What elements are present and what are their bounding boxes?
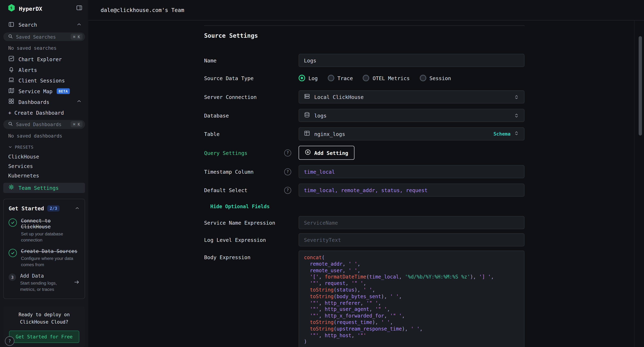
chevron-down-icon <box>8 145 12 150</box>
hyperdx-logo[interactable]: HyperDX <box>7 4 42 14</box>
step-desc: Configure where your data comes from <box>21 256 80 268</box>
sidebar-item-alerts[interactable]: Alerts <box>0 64 88 75</box>
radio-label: Log <box>308 75 318 81</box>
map-icon <box>8 88 14 95</box>
radio-dot <box>420 75 426 82</box>
main-area: dale@clickhouse.com's Team Source Settin… <box>88 0 644 347</box>
section-divider <box>204 26 524 26</box>
log-level-input[interactable]: SeverityText <box>298 233 524 246</box>
sidebar-item-team-settings[interactable]: Team Settings <box>3 182 85 193</box>
question-icon[interactable]: ? <box>284 149 291 156</box>
sidebar-item-label: + Create Dashboard <box>8 110 64 116</box>
source-type-radio-group: Log Trace OTEL Metrics Session <box>298 72 524 84</box>
radio-dot <box>328 75 334 82</box>
form-row-source-data-type: Source Data Type Log Trace OTEL Metrics … <box>204 72 524 84</box>
no-saved-dashboards-text: No saved dashboards <box>0 131 88 142</box>
question-icon[interactable]: ? <box>284 186 291 194</box>
radio-trace[interactable]: Trace <box>328 75 353 82</box>
preset-item-clickhouse[interactable]: ClickHouse <box>0 152 88 161</box>
body-expression-code[interactable]: concat( remote_addr, ' ', remote_user, '… <box>298 250 524 347</box>
cloud-promo-text: Ready to deploy on ClickHouse Cloud? <box>7 312 81 326</box>
check-icon <box>8 249 17 257</box>
sidebar-collapse-icon[interactable] <box>76 4 83 13</box>
sidebar-item-search[interactable]: Search <box>0 20 88 30</box>
chevron-up-icon <box>76 22 82 28</box>
get-started-step-2[interactable]: Create Data Sources Configure where your… <box>8 248 80 268</box>
query-settings-label: Query Settings <box>204 150 248 156</box>
form-row-body-expression: Body Expression concat( remote_addr, ' '… <box>204 250 524 347</box>
chart-icon <box>8 56 14 63</box>
schema-link[interactable]: Schema <box>494 131 510 137</box>
sidebar-item-create-dashboard[interactable]: + Create Dashboard <box>0 107 88 118</box>
sidebar-header: HyperDX <box>0 0 88 17</box>
scrollbar-thumb[interactable] <box>639 36 642 136</box>
database-value: logs <box>314 112 326 118</box>
server-connection-label: Server Connection <box>204 94 257 100</box>
sidebar-item-label: Chart Explorer <box>18 56 62 62</box>
sidebar-item-service-map[interactable]: Service Map BETA <box>0 86 88 96</box>
check-icon <box>8 218 17 226</box>
cloud-get-started-button[interactable]: Get Started for Free <box>9 330 80 343</box>
table-value: nginx_logs <box>314 131 345 137</box>
sidebar-item-chart-explorer[interactable]: Chart Explorer <box>0 54 88 65</box>
hyperdx-logo-icon <box>7 4 16 14</box>
saved-searches-placeholder: Saved Searches <box>16 34 56 40</box>
form-row-table: Table nginx_logs Schema <box>204 127 524 140</box>
step-title: Create Data Sources <box>21 248 80 254</box>
database-icon <box>304 112 310 119</box>
chevron-up-icon[interactable] <box>75 204 80 212</box>
get-started-step-1[interactable]: Connect to ClickHouse Set up your databa… <box>8 218 80 243</box>
no-saved-searches-text: No saved searches <box>0 43 88 54</box>
sidebar-item-label: Service Map <box>18 88 52 94</box>
radio-session[interactable]: Session <box>420 75 451 82</box>
database-select[interactable]: logs <box>298 109 524 122</box>
form-row-name: Name Logs <box>204 54 524 67</box>
preset-item-kubernetes[interactable]: Kubernetes <box>0 171 88 180</box>
timestamp-label: Timestamp Column <box>204 168 254 174</box>
server-connection-value: Local ClickHouse <box>314 94 364 100</box>
name-input[interactable]: Logs <box>298 54 524 67</box>
radio-otel-metrics[interactable]: OTEL Metrics <box>363 75 410 82</box>
sidebar-item-dashboards[interactable]: Dashboards <box>0 96 88 107</box>
server-connection-select[interactable]: Local ClickHouse <box>298 90 524 104</box>
get-started-step-3[interactable]: 3 Add Data Start sending logs, metrics, … <box>8 273 80 292</box>
database-label: Database <box>204 112 229 118</box>
timestamp-input[interactable]: time_local <box>298 165 524 178</box>
grid-icon <box>8 98 14 106</box>
server-icon <box>304 93 310 100</box>
radio-label: Trace <box>338 75 353 81</box>
sidebar-item-client-sessions[interactable]: Client Sessions <box>0 75 88 86</box>
sidebar-item-label: Team Settings <box>18 185 59 191</box>
preset-item-services[interactable]: Services <box>0 161 88 171</box>
cloud-promo-card: Ready to deploy on ClickHouse Cloud? Get… <box>3 306 85 347</box>
name-label: Name <box>204 57 216 63</box>
arrow-right-icon <box>74 279 80 287</box>
topbar: dale@clickhouse.com's Team <box>88 0 644 20</box>
saved-searches-input[interactable]: Saved Searches ⌘ K <box>3 32 85 41</box>
sidebar-item-label: Client Sessions <box>18 78 65 84</box>
help-button[interactable]: ? <box>5 336 14 346</box>
step-title: Connect to ClickHouse <box>21 218 80 230</box>
form-row-service-name: Service Name Expression ServiceName <box>204 216 524 229</box>
service-name-input[interactable]: ServiceName <box>298 216 524 229</box>
body-expression-label: Body Expression <box>204 254 250 260</box>
form-row-database: Database logs <box>204 109 524 122</box>
radio-label: OTEL Metrics <box>373 75 410 81</box>
question-icon[interactable]: ? <box>284 168 291 175</box>
table-select[interactable]: nginx_logs Schema <box>298 127 524 140</box>
log-level-label: Log Level Expression <box>204 237 266 243</box>
stage: HyperDX Search Saved Searches ⌘ K No sav… <box>0 0 644 347</box>
default-select-input[interactable]: time_local, remote_addr, status, request <box>298 184 524 196</box>
form-row-timestamp: Timestamp Column ? time_local <box>204 165 524 178</box>
radio-log[interactable]: Log <box>298 75 318 82</box>
add-setting-button[interactable]: Add Setting <box>298 146 354 160</box>
shortcut-badge: ⌘ K <box>71 34 83 40</box>
shortcut-badge: ⌘ K <box>71 121 83 127</box>
radio-dot <box>363 75 370 82</box>
updown-chevron-icon <box>514 94 519 100</box>
hide-optional-fields-link[interactable]: Hide Optional Fields <box>210 204 270 210</box>
presets-section-header[interactable]: PRESETS <box>0 142 88 152</box>
saved-dashboards-input[interactable]: Saved Dashboards ⌘ K <box>3 120 85 129</box>
section-title: Source Settings <box>204 32 524 39</box>
source-data-type-label: Source Data Type <box>204 75 254 81</box>
